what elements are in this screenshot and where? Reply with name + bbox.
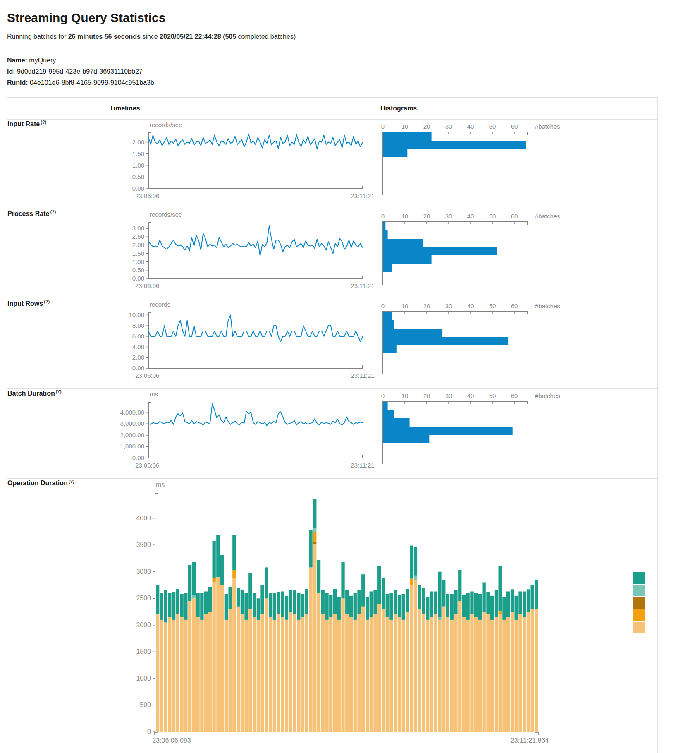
svg-text:30: 30 (445, 213, 452, 220)
input-rows-help-icon[interactable]: (?) (44, 299, 50, 304)
operation-duration-legend (633, 572, 645, 634)
svg-text:1,000.00: 1,000.00 (120, 443, 144, 450)
query-id-label: Id: (7, 68, 15, 75)
process-rate-label-cell: Process Rate(?) (7, 209, 105, 299)
svg-text:50: 50 (489, 392, 496, 399)
svg-text:2.00: 2.00 (132, 354, 144, 361)
svg-text:23:06:06: 23:06:06 (135, 462, 159, 469)
svg-text:50: 50 (489, 302, 496, 309)
input-rows-label-cell: Input Rows(?) (7, 299, 105, 389)
process-rate-help-icon[interactable]: (?) (50, 209, 56, 214)
svg-text:2500: 2500 (136, 595, 151, 602)
svg-text:#batches: #batches (535, 123, 560, 130)
svg-text:records/sec: records/sec (150, 211, 182, 218)
svg-text:8.00: 8.00 (132, 322, 144, 329)
legend-swatch-4 (633, 609, 645, 621)
input-rate-label: Input Rate (7, 120, 40, 127)
svg-text:#batches: #batches (535, 213, 560, 220)
svg-text:20: 20 (423, 302, 430, 309)
input-rate-help-icon[interactable]: (?) (41, 120, 46, 125)
input-rate-histogram-svg: 0102030405060#batches (376, 120, 654, 207)
svg-text:40: 40 (467, 123, 474, 130)
summary-suffix: completed batches) (236, 33, 296, 40)
svg-text:30: 30 (445, 302, 452, 309)
running-duration: 26 minutes 56 seconds (68, 33, 141, 40)
query-runid-label: RunId: (7, 79, 28, 86)
svg-text:2000: 2000 (136, 621, 151, 628)
svg-text:0.00: 0.00 (132, 454, 144, 461)
query-name-line: Name: myQuery (7, 55, 700, 66)
query-runid-value: 04e101e6-8bf8-4165-9099-9104c951ba3b (30, 79, 154, 86)
legend-swatch-5 (633, 622, 645, 633)
input-rate-histogram-chart: 0102030405060#batches (376, 120, 658, 209)
svg-text:500: 500 (140, 701, 151, 708)
start-timestamp: 2020/05/21 22:44:28 (160, 33, 221, 40)
query-runid-line: RunId: 04e101e6-8bf8-4165-9099-9104c951b… (7, 77, 700, 88)
svg-text:records: records (150, 301, 170, 308)
operation-duration-label: Operation Duration (7, 480, 68, 487)
batch-duration-label: Batch Duration (7, 390, 55, 397)
svg-text:1000: 1000 (136, 675, 151, 682)
svg-text:ms: ms (150, 391, 158, 398)
process-rate-timeline-chart: records/sec3.002.502.001.501.000.500.002… (105, 209, 376, 299)
table-header-row: Timelines Histograms (7, 98, 658, 120)
svg-text:23:11:21: 23:11:21 (351, 192, 374, 199)
svg-text:ms: ms (156, 481, 165, 488)
svg-text:23:06:06.093: 23:06:06.093 (152, 737, 191, 744)
process-rate-row: Process Rate(?) records/sec3.002.502.001… (7, 209, 658, 299)
input-rows-histogram-chart: 0102030405060#batches (376, 299, 658, 389)
process-rate-timeline-svg: records/sec3.002.502.001.501.000.500.002… (105, 209, 378, 297)
svg-text:10: 10 (401, 392, 409, 399)
legend-swatch-1 (633, 572, 645, 584)
svg-text:0.00: 0.00 (132, 275, 144, 282)
svg-text:2.00: 2.00 (132, 139, 144, 146)
running-batches-summary: Running batches for 26 minutes 56 second… (7, 33, 700, 41)
svg-text:40: 40 (467, 392, 474, 399)
svg-text:23:11:21.864: 23:11:21.864 (511, 737, 549, 744)
svg-text:40: 40 (467, 302, 474, 309)
input-rows-histogram-svg: 0102030405060#batches (376, 299, 654, 387)
svg-text:30: 30 (445, 123, 452, 130)
input-rate-timeline-chart: records/sec2.001.501.000.500.0023:06:062… (105, 120, 376, 209)
svg-text:50: 50 (489, 213, 496, 220)
svg-text:23:11:21: 23:11:21 (351, 372, 374, 379)
input-rows-row: Input Rows(?) records10.008.006.004.002.… (7, 299, 658, 389)
batch-duration-help-icon[interactable]: (?) (56, 389, 62, 394)
summary-paren: ( (221, 33, 225, 40)
svg-text:2.50: 2.50 (132, 233, 144, 240)
svg-text:3500: 3500 (136, 541, 151, 548)
statistics-table: Timelines Histograms Input Rate(?) recor… (7, 97, 658, 753)
svg-text:4.00: 4.00 (132, 343, 144, 350)
svg-text:0: 0 (381, 302, 385, 309)
svg-text:2.00: 2.00 (132, 241, 144, 248)
legend-swatch-3 (633, 597, 645, 609)
svg-text:23:11:21: 23:11:21 (351, 282, 374, 289)
query-name-value: myQuery (29, 57, 56, 64)
svg-text:20: 20 (423, 392, 430, 399)
batch-duration-histogram-chart: 0102030405060#batches (376, 389, 658, 479)
input-rows-label: Input Rows (7, 300, 43, 307)
operation-duration-help-icon[interactable]: (?) (69, 479, 74, 484)
summary-since: since (141, 33, 160, 40)
svg-text:3.00: 3.00 (132, 225, 144, 232)
svg-text:#batches: #batches (535, 392, 560, 399)
svg-text:1500: 1500 (136, 648, 151, 655)
query-id-value: 9d0dd219-995d-423e-b97d-36931110bb27 (17, 68, 143, 75)
process-rate-histogram-svg: 0102030405060#batches (376, 209, 654, 297)
svg-text:3000: 3000 (136, 568, 151, 575)
svg-text:30: 30 (445, 392, 452, 399)
process-rate-label: Process Rate (7, 210, 49, 217)
svg-text:0.00: 0.00 (132, 365, 144, 372)
svg-text:10: 10 (401, 302, 409, 309)
input-rate-row: Input Rate(?) records/sec2.001.501.000.5… (7, 120, 658, 209)
query-name-label: Name: (7, 57, 27, 64)
input-rows-timeline-svg: records10.008.006.004.002.000.0023:06:06… (105, 299, 378, 387)
svg-text:20: 20 (423, 123, 430, 130)
query-id-line: Id: 9d0dd219-995d-423e-b97d-36931110bb27 (7, 66, 700, 77)
query-info: Name: myQuery Id: 9d0dd219-995d-423e-b97… (7, 55, 700, 88)
svg-text:1.00: 1.00 (132, 162, 144, 169)
svg-text:0: 0 (147, 728, 151, 735)
operation-duration-svg: ms4000350030002500200015001000500023:06:… (105, 479, 655, 753)
svg-text:60: 60 (511, 213, 518, 220)
page-title: Streaming Query Statistics (7, 11, 700, 25)
